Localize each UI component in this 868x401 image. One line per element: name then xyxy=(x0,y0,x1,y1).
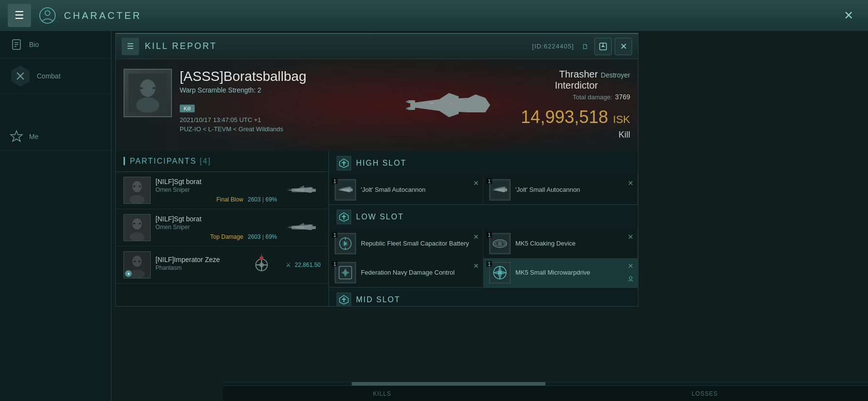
svg-rect-62 xyxy=(350,188,353,191)
low-slot-item-name-2: MK5 Cloaking Device xyxy=(515,240,575,248)
participants-header: Participants [4] xyxy=(116,151,328,172)
low-slot-item-name-3: Federation Navy Damage Control xyxy=(361,269,455,277)
qty-6: 1 xyxy=(486,261,492,267)
low-slot-item-1: 1 xyxy=(329,229,483,258)
top-damage-label: Top Damage xyxy=(210,233,243,240)
sidebar-item-combat[interactable]: Combat xyxy=(0,59,111,94)
damage-3: 22,861.50 xyxy=(295,262,321,268)
participant-info-3: [NILF]Imperator Zeze Phantasm xyxy=(155,256,237,274)
remove-low-3[interactable]: ✕ xyxy=(473,262,479,270)
participants-section: Participants [4] xyxy=(116,151,329,306)
participant-avatar-img-2 xyxy=(124,215,150,241)
svg-marker-20 xyxy=(439,111,459,117)
participant-row-3[interactable]: ★ [NILF]Imperator Zeze Phantasm xyxy=(116,247,328,284)
qty-2: 1 xyxy=(486,178,492,184)
qty-5: 1 xyxy=(332,261,338,267)
participant-info-2: [NILF]Sgt borat Omen Sniper Top Damage 2… xyxy=(155,215,277,240)
sidebar-item-me[interactable]: Me xyxy=(0,123,111,151)
star-icon xyxy=(10,130,23,143)
qty-1: 1 xyxy=(332,178,338,184)
participant-row-2[interactable]: [NILF]Sgt borat Omen Sniper Top Damage 2… xyxy=(116,209,328,247)
svg-rect-22 xyxy=(449,103,452,105)
low-slot-header: Low Slot xyxy=(329,205,638,229)
svg-rect-13 xyxy=(153,87,155,89)
kills-tab[interactable]: Kills xyxy=(363,390,401,397)
sidebar-me-label: Me xyxy=(29,133,38,140)
high-slot-label: High Slot xyxy=(356,159,406,168)
low-slot-row-2: 1 Federation Navy Damage Co xyxy=(329,258,638,287)
mid-slot-header: Mid Slot xyxy=(329,288,638,306)
participant-name-1: [NILF]Sgt borat xyxy=(155,178,277,185)
high-slot-item-1: 1 'Jolt' Small Autocannon ✕ xyxy=(329,175,483,204)
svg-marker-33 xyxy=(299,185,305,188)
autocannon-icon-1 xyxy=(335,179,356,200)
panel-copy-icon[interactable]: 🗋 xyxy=(582,43,589,50)
kill-label: Kill xyxy=(529,130,630,140)
participant-name-2: [NILF]Sgt borat xyxy=(155,215,277,223)
remove-low-1[interactable]: ✕ xyxy=(473,233,479,241)
panel-title: KILL REPORT xyxy=(145,41,527,51)
participant-avatar-3: ★ xyxy=(124,251,151,278)
svg-rect-38 xyxy=(133,223,135,224)
remove-high-2[interactable]: ✕ xyxy=(628,179,634,187)
panel-header: ☰ KILL REPORT [ID:6224405] 🗋 ✕ xyxy=(116,34,638,59)
scrollbar-container xyxy=(223,382,868,386)
losses-tab[interactable]: Losses xyxy=(682,390,728,397)
panel-menu-button[interactable]: ☰ xyxy=(122,38,139,55)
panel-export-button[interactable] xyxy=(594,38,612,55)
svg-rect-44 xyxy=(292,226,304,230)
scrollbar-thumb[interactable] xyxy=(352,382,545,386)
percent-2: 69% xyxy=(265,233,277,240)
character-logo xyxy=(39,7,56,24)
svg-marker-43 xyxy=(299,223,305,225)
ship-display xyxy=(386,59,522,151)
svg-marker-16 xyxy=(476,94,490,112)
kill-date: 2021/10/17 13:47:05 UTC +1 xyxy=(180,116,386,123)
kill-stats: Thrasher Interdictor Destroyer Total dam… xyxy=(522,59,638,151)
sidebar-item-bio[interactable]: Bio xyxy=(0,31,111,59)
bottom-bar: Kills Losses xyxy=(223,386,868,401)
sidebar: Bio Combat Me xyxy=(0,31,111,401)
low-slot-row-1: 1 xyxy=(329,229,638,258)
panel-close-button[interactable]: ✕ xyxy=(615,38,632,55)
svg-point-54 xyxy=(260,256,264,260)
close-app-button[interactable]: ✕ xyxy=(839,6,858,25)
sidebar-combat-label: Combat xyxy=(37,72,61,80)
qty-4: 1 xyxy=(486,232,492,238)
svg-rect-39 xyxy=(139,223,141,224)
participant-stats-1: Final Blow 2603 | 69% xyxy=(155,196,277,203)
main-area: ☰ KILL REPORT [ID:6224405] 🗋 ✕ xyxy=(111,31,868,401)
kill-type-badge: Kill xyxy=(180,105,195,112)
panel-close-icon: ✕ xyxy=(620,41,627,52)
participant-stats-3: ⚔ 22,861.50 xyxy=(286,262,321,268)
mid-slot-category: Mid Slot 1 Feder xyxy=(329,288,638,306)
damage-label: Total damage: xyxy=(573,93,612,101)
kills-icon: ⚔ xyxy=(286,262,291,268)
cloaking-icon xyxy=(489,233,511,254)
damage-value: 3769 xyxy=(615,93,630,101)
damage-1: 2603 xyxy=(248,196,261,203)
svg-point-24 xyxy=(406,108,410,109)
warp-scramble: Warp Scramble Strength: 2 xyxy=(180,86,386,94)
remove-low-4[interactable]: ✕ xyxy=(628,262,634,270)
mid-slot-label: Mid Slot xyxy=(356,295,401,304)
participant-weapon-2 xyxy=(282,216,321,240)
svg-point-86 xyxy=(629,277,632,279)
remove-high-1[interactable]: ✕ xyxy=(473,179,479,187)
remove-low-2[interactable]: ✕ xyxy=(628,233,634,241)
low-slot-item-4: 1 MK5 Small Microwarpdrive ✕ xyxy=(483,258,638,287)
low-slot-item-name-4: MK5 Small Microwarpdrive xyxy=(515,269,590,277)
svg-point-78 xyxy=(498,242,502,246)
qty-3: 1 xyxy=(332,232,338,238)
participant-row[interactable]: [NILF]Sgt borat Omen Sniper Final Blow 2… xyxy=(116,172,328,209)
pilot-info: [ASSS]Boratsballbag Warp Scramble Streng… xyxy=(180,59,386,151)
participant-ship-1: Omen Sniper xyxy=(155,186,277,193)
autocannon-icon-2 xyxy=(489,179,511,200)
combat-icon xyxy=(10,65,31,87)
svg-marker-19 xyxy=(439,93,459,99)
svg-rect-49 xyxy=(139,261,140,262)
menu-button[interactable]: ☰ xyxy=(8,4,31,27)
svg-point-85 xyxy=(498,271,502,275)
svg-rect-66 xyxy=(504,188,507,191)
star-badge-3: ★ xyxy=(125,270,132,277)
